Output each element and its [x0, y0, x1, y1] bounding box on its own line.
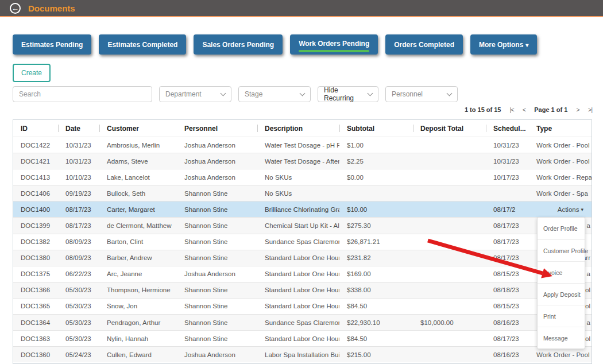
actions-dropdown-menu: Order ProfileCustomer ProfileInvoiceAppl…: [537, 217, 585, 349]
table-row[interactable]: DOC1422 10/31/23 Ambrosius, Merlin Joshu…: [13, 137, 592, 153]
tab-orders-completed[interactable]: Orders Completed: [385, 34, 463, 55]
table-row[interactable]: DOC1399 08/17/23 de Clermont, Matthew Sh…: [13, 217, 592, 233]
col-header-type[interactable]: Type: [529, 120, 592, 137]
col-header-description[interactable]: Description: [257, 120, 339, 137]
table-row[interactable]: DOC1360 05/24/23 Cullen, Edward Joshua A…: [13, 346, 592, 362]
tab-more-options[interactable]: More Options▾: [470, 34, 537, 55]
active-underline: [299, 50, 369, 52]
back-icon[interactable]: ←: [10, 3, 21, 14]
col-header-date[interactable]: Date: [58, 120, 99, 137]
table-body: DOC1422 10/31/23 Ambrosius, Merlin Joshu…: [13, 137, 592, 362]
pagination-range: 1 to 15 of 15: [465, 106, 501, 113]
table-header: ID Date Customer Personnel Description S…: [13, 120, 592, 137]
table-row[interactable]: DOC1365 05/30/23 Snow, Jon Shannon Stine…: [13, 298, 592, 314]
menu-item-message[interactable]: Message: [538, 327, 585, 348]
filter-row: Department Stage Hide Recurring Personne…: [13, 86, 458, 102]
table-row[interactable]: DOC1406 09/19/23 Bullock, Seth Shannon S…: [13, 185, 592, 201]
menu-item-apply-deposit[interactable]: Apply Deposit: [538, 283, 585, 305]
menu-item-invoice[interactable]: Invoice: [538, 261, 585, 283]
menu-item-customer-profile[interactable]: Customer Profile: [538, 239, 585, 261]
col-header-customer[interactable]: Customer: [99, 120, 177, 137]
department-select[interactable]: Department: [159, 86, 231, 102]
menu-item-order-profile[interactable]: Order Profile: [538, 218, 585, 239]
tab-estimates-completed[interactable]: Estimates Completed: [99, 34, 186, 55]
caret-down-icon: ▾: [581, 207, 583, 212]
first-page-icon[interactable]: |<: [509, 106, 513, 113]
create-button[interactable]: Create: [13, 64, 51, 82]
col-header-scheduled[interactable]: Schedul...: [486, 120, 529, 137]
next-page-icon[interactable]: >: [576, 106, 579, 113]
tab-sales-orders-pending[interactable]: Sales Orders Pending: [194, 34, 283, 55]
col-header-deposit-total[interactable]: Deposit Total: [413, 120, 486, 137]
document-tabs: Estimates Pending Estimates Completed Sa…: [13, 34, 537, 55]
table-row[interactable]: DOC1413 10/10/23 Lake, Lancelot Joshua A…: [13, 169, 592, 185]
table-row[interactable]: DOC1382 08/09/23 Barton, Clint Shannon S…: [13, 234, 592, 250]
tab-estimates-pending[interactable]: Estimates Pending: [13, 34, 91, 55]
chevron-down-icon: [221, 90, 226, 96]
table-row[interactable]: DOC1375 06/22/23 Arc, Jeanne Joshua Ande…: [13, 266, 592, 282]
table-row[interactable]: DOC1380 08/09/23 Barber, Andrew Shannon …: [13, 250, 592, 266]
chevron-down-icon: [447, 90, 453, 96]
last-page-icon[interactable]: >|: [588, 106, 592, 113]
search-input[interactable]: [13, 86, 152, 102]
table-row[interactable]: DOC1366 05/30/23 Thompson, Hermione Shan…: [13, 282, 592, 298]
page-title: Documents: [28, 3, 75, 13]
actions-menu-trigger[interactable]: Actions▾: [529, 202, 592, 217]
chevron-down-icon: [300, 90, 306, 96]
stage-select[interactable]: Stage: [238, 86, 311, 102]
table-row[interactable]: DOC1364 05/30/23 Pendragon, Arthur Shann…: [13, 314, 592, 330]
col-header-id[interactable]: ID: [13, 120, 58, 137]
top-bar: ← Documents: [0, 0, 603, 17]
hide-recurring-select[interactable]: Hide Recurring: [318, 86, 378, 102]
col-header-personnel[interactable]: Personnel: [177, 120, 257, 137]
documents-table: ID Date Customer Personnel Description S…: [13, 119, 592, 364]
table-row[interactable]: DOC1421 10/31/23 Adams, Steve Joshua And…: [13, 153, 592, 169]
prev-page-icon[interactable]: <: [523, 106, 525, 113]
table-row-selected[interactable]: DOC1400 08/17/23 Carter, Margaret Shanno…: [13, 201, 592, 217]
col-header-subtotal[interactable]: Subtotal: [339, 120, 413, 137]
caret-down-icon: ▾: [525, 42, 528, 48]
pagination: 1 to 15 of 15 |< < Page 1 of 1 > >|: [465, 106, 592, 113]
menu-item-print[interactable]: Print: [538, 305, 585, 327]
table-row[interactable]: DOC1363 05/30/23 Nylin, Hannah Shannon S…: [13, 330, 592, 346]
tab-work-orders-pending[interactable]: Work Orders Pending: [290, 34, 378, 55]
documents-page: ← Documents Estimates Pending Estimates …: [0, 0, 603, 364]
personnel-select[interactable]: Personnel: [385, 86, 458, 102]
pagination-page: Page 1 of 1: [534, 106, 567, 113]
